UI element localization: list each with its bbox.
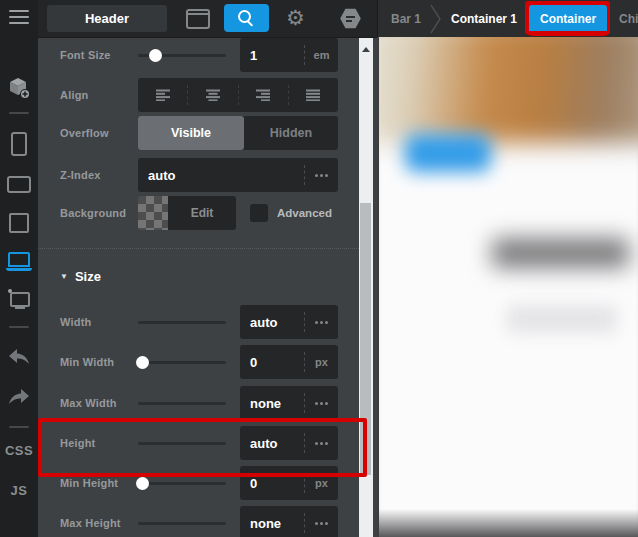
max-width-slider[interactable] [138, 402, 226, 405]
device-tablet-button[interactable] [0, 176, 38, 193]
background-advanced-label: Advanced [277, 207, 332, 219]
background-advanced-checkbox[interactable] [250, 204, 268, 222]
blurred-hero-image [377, 37, 638, 143]
redo-icon [8, 388, 30, 405]
align-right-icon [255, 89, 271, 101]
breadcrumb-item-bar1[interactable]: Bar 1 [391, 12, 421, 26]
max-height-options-menu[interactable] [304, 513, 338, 533]
min-width-label: Min Width [60, 356, 138, 368]
device-desktop-button[interactable] [0, 289, 38, 309]
phone-icon [11, 132, 27, 156]
align-center-icon [205, 89, 221, 101]
collapse-triangle-icon: ▼ [60, 272, 68, 281]
min-height-slider[interactable] [138, 482, 226, 485]
window-preview-icon[interactable] [186, 9, 210, 29]
max-height-slider[interactable] [138, 522, 226, 525]
max-width-valuebox[interactable]: none [240, 386, 338, 420]
search-button[interactable] [224, 4, 269, 32]
height-value[interactable]: auto [240, 436, 304, 451]
max-height-value[interactable]: none [240, 516, 304, 531]
add-element-button[interactable] [0, 76, 38, 100]
min-height-unit[interactable]: px [304, 473, 338, 493]
z-index-valuebox[interactable]: auto [138, 158, 338, 192]
rail-divider [0, 112, 38, 114]
overflow-segmented-control: Visible Hidden [138, 116, 338, 150]
background-swatch[interactable] [138, 196, 168, 230]
size-section-title: Size [75, 269, 101, 284]
scrollbar-thumb[interactable] [360, 203, 371, 475]
max-height-valuebox[interactable]: none [240, 506, 338, 537]
js-label: JS [11, 483, 28, 498]
slider-handle[interactable] [149, 49, 162, 62]
slider-handle[interactable] [136, 477, 149, 490]
breadcrumb: Bar 1 Container 1 Container Child [377, 0, 638, 37]
tablet-icon [7, 176, 31, 193]
panel-scrollbar[interactable] [359, 37, 373, 537]
options-menu-icon [315, 522, 328, 525]
min-width-slider[interactable] [138, 361, 226, 364]
settings-gear-icon[interactable]: ⚙ [286, 5, 305, 31]
align-right-button[interactable] [238, 85, 288, 105]
max-width-value[interactable]: none [240, 396, 304, 411]
max-width-options-menu[interactable] [304, 393, 338, 413]
width-value[interactable]: auto [240, 315, 304, 330]
add-box-icon [7, 76, 31, 100]
height-slider[interactable] [138, 442, 226, 445]
width-valuebox[interactable]: auto [240, 305, 338, 339]
device-phone-button[interactable] [0, 132, 38, 156]
align-button-group [138, 78, 338, 112]
max-width-label: Max Width [60, 397, 138, 409]
breadcrumb-item-container1[interactable]: Container 1 [451, 12, 517, 26]
z-index-options-menu[interactable] [304, 165, 338, 185]
redo-button[interactable] [0, 388, 38, 405]
breadcrumb-item-container-selected[interactable]: Container [529, 5, 607, 33]
font-size-value[interactable]: 1 [240, 48, 304, 63]
z-index-value[interactable]: auto [138, 168, 304, 183]
js-panel-button[interactable]: JS [0, 483, 38, 498]
background-edit-button[interactable]: Edit [168, 196, 236, 230]
rail-divider [0, 426, 38, 428]
scroll-up-arrow-icon[interactable] [362, 47, 370, 52]
undo-button[interactable] [0, 348, 38, 365]
hexagon-settings-icon[interactable] [340, 8, 361, 29]
chevron-right-icon [430, 4, 442, 34]
min-width-unit[interactable]: px [304, 352, 338, 372]
laptop-icon [6, 252, 32, 271]
font-size-unit[interactable]: em [304, 45, 338, 65]
device-square-button[interactable] [0, 213, 38, 233]
width-slider[interactable] [138, 321, 226, 324]
css-panel-button[interactable]: CSS [0, 443, 38, 458]
align-left-button[interactable] [138, 85, 187, 105]
height-options-menu[interactable] [304, 433, 338, 453]
section-divider [38, 248, 359, 249]
align-center-button[interactable] [187, 85, 237, 105]
menu-button[interactable] [0, 10, 38, 24]
overflow-visible-option[interactable]: Visible [138, 116, 244, 150]
tool-rail: CSS JS [0, 0, 38, 537]
max-height-label: Max Height [60, 517, 138, 529]
element-selector-dropdown[interactable]: Header [47, 5, 167, 32]
blurred-text-block [492, 238, 629, 268]
breadcrumb-item-child[interactable]: Child [619, 12, 638, 26]
min-height-valuebox[interactable]: 0 px [240, 466, 338, 500]
device-laptop-button[interactable] [0, 252, 38, 271]
desktop-icon [8, 289, 30, 309]
height-valuebox[interactable]: auto [240, 426, 338, 460]
font-size-valuebox[interactable]: 1 em [240, 38, 338, 72]
size-section-header[interactable]: ▼ Size [60, 269, 101, 284]
min-height-value[interactable]: 0 [240, 476, 304, 491]
toolbar: Header ⚙ [38, 0, 377, 38]
square-viewport-icon [9, 213, 29, 233]
font-size-slider[interactable] [138, 54, 226, 57]
min-width-valuebox[interactable]: 0 px [240, 345, 338, 379]
align-justify-button[interactable] [288, 85, 338, 105]
slider-handle[interactable] [136, 356, 149, 369]
background-label: Background [60, 207, 138, 219]
z-index-label: Z-Index [60, 169, 138, 181]
canvas-preview[interactable] [377, 37, 638, 537]
overflow-hidden-option[interactable]: Hidden [244, 116, 338, 150]
css-label: CSS [5, 443, 33, 458]
min-width-value[interactable]: 0 [240, 355, 304, 370]
width-options-menu[interactable] [304, 312, 338, 332]
blurred-faint-block [507, 305, 617, 333]
